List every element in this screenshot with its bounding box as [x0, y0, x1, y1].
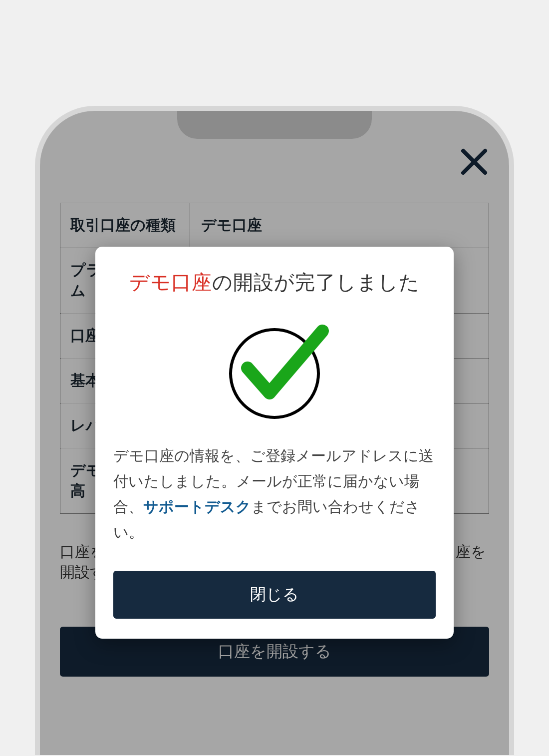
table-head-value: デモ口座 — [190, 203, 489, 248]
open-account-button-label: 口座を開設する — [218, 641, 331, 663]
support-desk-link[interactable]: サポートデスク — [143, 498, 251, 515]
modal-title-rest: の開設が完了しました — [212, 271, 420, 293]
modal-close-button[interactable]: 閉じる — [113, 571, 436, 619]
completion-modal: デモ口座の開設が完了しました デモ口座の情報を、ご登録メールアドレスに送付いたし… — [95, 247, 454, 639]
close-icon[interactable] — [458, 146, 490, 178]
modal-close-button-label: 閉じる — [250, 584, 299, 606]
modal-body-text: デモ口座の情報を、ご登録メールアドレスに送付いたしました。メールが正常に届かない… — [113, 443, 436, 545]
table-head-label: 取引口座の種類 — [60, 203, 190, 248]
modal-title-highlight: デモ口座 — [129, 271, 212, 293]
table-head-row: 取引口座の種類 デモ口座 — [60, 203, 489, 248]
modal-title: デモ口座の開設が完了しました — [113, 269, 436, 296]
success-check-icon — [113, 316, 436, 421]
